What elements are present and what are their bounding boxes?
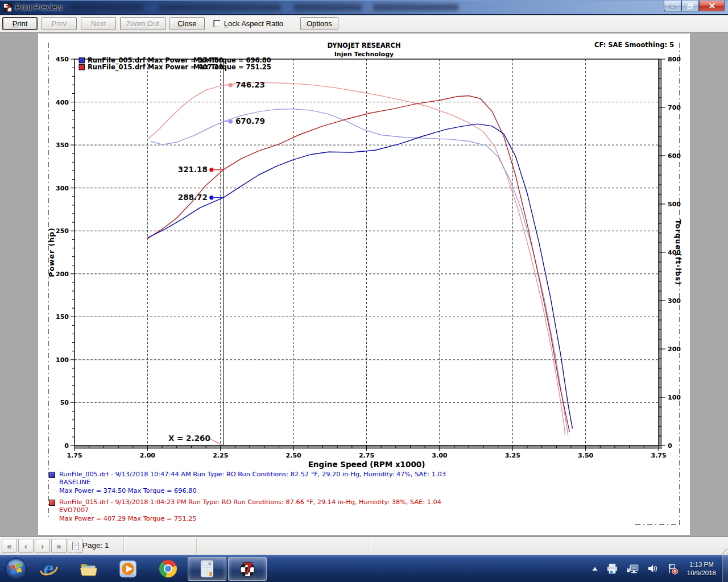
svg-text:1.75: 1.75	[67, 452, 82, 459]
taskbar-winpep-window-button[interactable]: 7	[228, 557, 267, 581]
run-info-name: BASELINE	[59, 479, 446, 487]
taskbar-media-player-icon[interactable]	[108, 556, 148, 581]
taskbar-calculator-window-button[interactable]: 0	[188, 557, 226, 581]
resize-grip[interactable]	[718, 545, 727, 554]
redacted-title-text	[293, 4, 362, 11]
taskbar-windows-explorer-icon[interactable]	[68, 556, 108, 581]
run-info-max: Max Power = 374.50 Max Torque = 696.80	[59, 487, 446, 495]
redacted-title-text	[373, 4, 458, 11]
svg-text:150: 150	[56, 313, 69, 321]
tray-network-icon[interactable]	[626, 562, 639, 575]
axis-shadow	[75, 446, 662, 449]
readout-value: 746.23	[235, 80, 265, 89]
print-button[interactable]: Print	[2, 17, 38, 30]
axis-shadow	[659, 59, 662, 449]
page-nav-bar: «‹›» Page: 1	[0, 537, 728, 555]
nav-first-button[interactable]: «	[2, 539, 17, 553]
cursor-x-label: X = 2.260	[168, 434, 210, 443]
axis-titles: Power (hp)Torque (ft-lbs)Engine Speed (R…	[47, 219, 682, 469]
tray-hidden-icons-icon[interactable]	[591, 566, 599, 572]
close-button[interactable]	[699, 1, 725, 11]
print-preview-client: DYNOJET RESEARCH Injen Technology CF: SA…	[0, 33, 728, 537]
zoom-out-button: Zoom Out	[120, 17, 166, 30]
close-button[interactable]: Close	[169, 17, 205, 30]
svg-text:800: 800	[668, 56, 681, 63]
run-info-line: RunFile_005.drf - 9/13/2018 10:47:44 AM …	[59, 471, 446, 479]
svg-text:300: 300	[56, 185, 69, 192]
series-torque_005	[151, 109, 568, 435]
restore-icon	[687, 3, 694, 9]
nav-goto-page-button[interactable]	[68, 539, 83, 553]
options-button[interactable]: Options	[300, 17, 338, 30]
clock-date: 10/9/2018	[687, 569, 716, 577]
lock-aspect-label: Lock Aspect Ratio	[224, 19, 283, 28]
svg-text:7: 7	[5, 4, 10, 13]
chart-legend: RunFile_005.drf Max Power = 374.50Max To…	[79, 56, 271, 72]
svg-text:2.75: 2.75	[359, 452, 374, 459]
svg-text:50: 50	[60, 399, 69, 406]
svg-text:500: 500	[668, 201, 681, 208]
readout-marker	[209, 196, 213, 199]
readout-value: 288.72	[178, 193, 208, 202]
svg-text:350: 350	[56, 142, 69, 149]
winpep-app-icon: 7	[3, 3, 13, 13]
tray-action-center-icon[interactable]	[666, 562, 679, 575]
start-button[interactable]	[3, 556, 28, 581]
run-info-baseline: RunFile_005.drf - 9/13/2018 10:47:44 AM …	[49, 471, 446, 495]
cursor-readouts: 746.23670.79321.18288.72	[178, 80, 265, 202]
svg-text:e: e	[43, 559, 54, 578]
legend-swatch	[79, 65, 85, 70]
readout-marker	[229, 83, 233, 87]
svg-text:100: 100	[668, 394, 681, 401]
svg-text:3.00: 3.00	[432, 452, 447, 459]
series-power_015	[147, 96, 569, 432]
svg-text:2.25: 2.25	[213, 452, 228, 459]
toolbar: PrintPrevNextZoom OutClose Lock Aspect R…	[0, 15, 728, 32]
svg-text:250: 250	[56, 227, 69, 235]
series-torque_015	[147, 82, 565, 435]
lock-aspect-checkbox[interactable]	[213, 20, 221, 27]
svg-text:7: 7	[243, 560, 253, 577]
taskbar-internet-explorer-icon[interactable]: e	[28, 556, 68, 581]
readout-marker	[229, 119, 233, 123]
svg-text:700: 700	[668, 104, 681, 111]
minimize-button[interactable]	[664, 1, 681, 11]
prev-button: Prev	[42, 17, 77, 30]
run-info-line: RunFile_015.drf - 9/13/2018 1:04:23 PM R…	[59, 498, 441, 506]
svg-text:300: 300	[668, 297, 681, 305]
svg-text:3.50: 3.50	[578, 452, 593, 459]
taskbar-chrome-icon[interactable]	[148, 556, 188, 581]
svg-text:0: 0	[64, 442, 69, 450]
redacted-title-text	[70, 4, 144, 11]
svg-text:400: 400	[56, 99, 69, 106]
svg-text:2.50: 2.50	[286, 452, 301, 459]
separator	[370, 538, 371, 554]
readout-marker	[209, 168, 213, 172]
report-page: DYNOJET RESEARCH Injen Technology CF: SA…	[38, 34, 690, 535]
windows-logo-icon	[5, 558, 27, 580]
legend-swatch	[79, 58, 85, 64]
restore-button[interactable]	[681, 1, 699, 11]
run-info-name: EVO7007	[59, 506, 441, 514]
svg-text:200: 200	[56, 271, 69, 278]
tray-volume-icon[interactable]	[646, 562, 659, 575]
dyno-chart: 0501001502002503003504004500100200300400…	[38, 34, 690, 535]
svg-text:600: 600	[668, 152, 681, 160]
show-desktop-button[interactable]	[722, 555, 728, 582]
close-icon	[709, 3, 715, 9]
tray-printer-icon[interactable]	[606, 562, 619, 575]
run-color-swatch	[49, 500, 55, 506]
torque-axis-title: Torque (ft-lbs)	[674, 219, 682, 285]
nav-next-button[interactable]: ›	[35, 539, 50, 553]
taskbar-clock[interactable]: 1:13 PM 10/9/2018	[687, 560, 716, 577]
svg-text:0: 0	[208, 562, 210, 566]
run-color-swatch	[49, 472, 55, 478]
run-info-evo7007: RunFile_015.drf - 9/13/2018 1:04:23 PM R…	[49, 498, 441, 523]
nav-prev-button[interactable]: ‹	[18, 539, 34, 553]
window-title: Print Preview	[15, 3, 62, 12]
page-number-label: Page: 1	[82, 541, 109, 550]
nav-last-button[interactable]: »	[51, 539, 67, 553]
gridlines	[75, 59, 659, 446]
svg-text:0: 0	[668, 442, 672, 450]
title-bar: 7 Print Preview	[0, 0, 728, 15]
